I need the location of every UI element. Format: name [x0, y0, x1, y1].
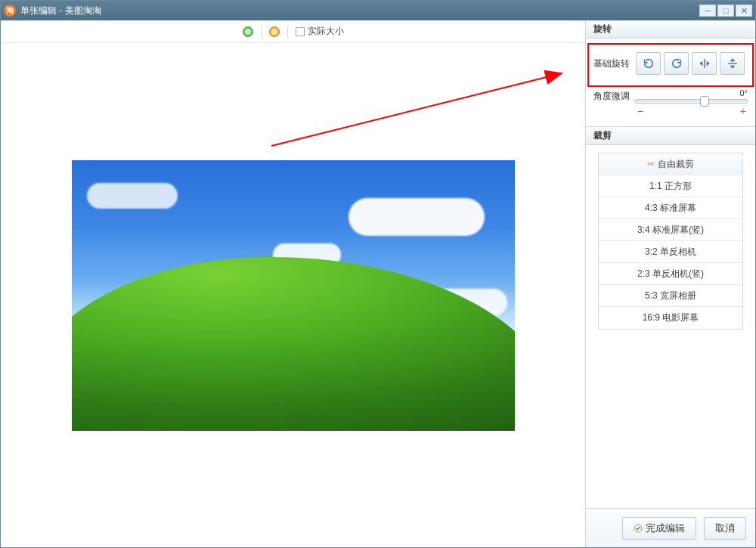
rotate-section-header: 旋转 — [586, 20, 755, 39]
flip-horizontal-button[interactable] — [692, 52, 717, 75]
angle-minus-button[interactable]: − — [637, 105, 643, 117]
crop-section-header: 裁剪 — [586, 127, 755, 145]
side-panel: 旋转 基础旋转 — [586, 20, 755, 547]
finish-edit-button[interactable]: 完成编辑 — [622, 517, 696, 540]
crop-option-16-9[interactable]: 16:9 电影屏幕 — [599, 307, 742, 329]
canvas-toolbar: 实际大小 — [1, 20, 585, 43]
app-window: 淘 单张编辑 - 美图淘淘 ─ □ ✕ 实际大小 — [0, 0, 756, 548]
zoom-in-icon[interactable] — [243, 26, 253, 37]
svg-marker-7 — [730, 66, 735, 69]
close-button[interactable]: ✕ — [736, 5, 752, 17]
crop-panel: ✂ 自由裁剪 1:1 正方形 4:3 标准屏幕 3:4 标准屏幕(竖) 3:2 … — [586, 145, 755, 508]
crop-option-3-2[interactable]: 3:2 单反相机 — [599, 241, 742, 263]
minimize-button[interactable]: ─ — [699, 5, 716, 17]
actual-size-button[interactable]: 实际大小 — [296, 25, 344, 38]
rotate-panel: 旋转 基础旋转 — [586, 20, 755, 127]
canvas-area: 实际大小 — [1, 20, 586, 547]
svg-marker-4 — [706, 61, 709, 67]
zoom-out-icon[interactable] — [269, 26, 280, 37]
crop-option-5-3[interactable]: 5:3 宽屏相册 — [599, 285, 742, 307]
svg-marker-3 — [699, 61, 702, 67]
angle-readout: 0° — [634, 88, 748, 98]
crop-option-free[interactable]: ✂ 自由裁剪 — [599, 153, 742, 175]
crop-option-4-3[interactable]: 4:3 标准屏幕 — [599, 197, 742, 219]
basic-rotate-label: 基础旋转 — [593, 57, 630, 70]
angle-slider[interactable] — [634, 99, 748, 104]
cancel-button[interactable]: 取消 — [704, 517, 746, 540]
canvas[interactable] — [1, 43, 585, 547]
rotate-ccw-button[interactable] — [636, 52, 661, 75]
maximize-button[interactable]: □ — [717, 5, 734, 17]
crop-option-3-4[interactable]: 3:4 标准屏幕(竖) — [599, 219, 742, 241]
app-logo-icon: 淘 — [4, 5, 16, 17]
fine-rotate-label: 角度微调 — [593, 90, 630, 103]
svg-rect-2 — [704, 59, 705, 68]
footer: 完成编辑 取消 — [586, 508, 755, 547]
angle-slider-thumb[interactable] — [700, 96, 709, 107]
crop-option-1-1[interactable]: 1:1 正方形 — [599, 175, 742, 197]
actual-size-icon — [296, 27, 305, 36]
crop-ratio-list: ✂ 自由裁剪 1:1 正方形 4:3 标准屏幕 3:4 标准屏幕(竖) 3:2 … — [598, 153, 743, 330]
scissors-icon: ✂ — [647, 159, 655, 169]
svg-marker-6 — [730, 58, 735, 61]
angle-plus-button[interactable]: + — [740, 105, 746, 117]
titlebar: 淘 单张编辑 - 美图淘淘 ─ □ ✕ — [1, 1, 755, 20]
svg-rect-5 — [728, 63, 737, 63]
check-icon — [634, 524, 643, 533]
crop-option-2-3[interactable]: 2:3 单反相机(竖) — [599, 263, 742, 285]
actual-size-label: 实际大小 — [308, 25, 344, 38]
window-title: 单张编辑 - 美图淘淘 — [20, 5, 698, 17]
flip-vertical-button[interactable] — [720, 52, 745, 75]
rotate-cw-button[interactable] — [664, 52, 689, 75]
image-preview — [72, 160, 515, 431]
